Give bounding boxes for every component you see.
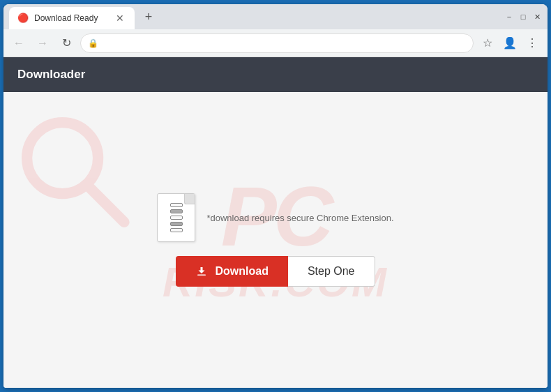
lock-icon: 🔒 [88,38,98,48]
svg-rect-2 [197,275,206,276]
close-button[interactable]: ✕ [532,12,542,22]
browser-window: 🔴 Download Ready ✕ + − □ ✕ ← → ↻ 🔒 ☆ 👤 ⋮… [3,4,548,388]
zip-file-icon [157,193,195,242]
bookmark-button[interactable]: ☆ [478,33,497,53]
zip-lines [170,203,183,232]
page-content: Downloader PC RISK.COM [3,57,548,388]
tabs-area: 🔴 Download Ready ✕ + [9,4,504,29]
nav-actions: ☆ 👤 ⋮ [478,33,542,53]
back-button[interactable]: ← [9,33,29,53]
tab-title: Download Ready [34,13,108,23]
title-bar: 🔴 Download Ready ✕ + − □ ✕ [3,4,548,29]
zip-segment-2 [170,209,183,213]
download-button[interactable]: Download [176,256,287,287]
svg-line-1 [89,186,124,222]
zip-segment-3 [170,216,183,220]
zip-segment-5 [170,228,183,232]
active-tab[interactable]: 🔴 Download Ready ✕ [9,7,135,29]
app-title: Downloader [17,68,85,82]
minimize-button[interactable]: − [504,12,514,22]
step-one-button[interactable]: Step One [288,256,375,287]
tab-close-button[interactable]: ✕ [114,12,126,24]
magnifier-watermark [17,113,136,234]
tab-favicon-icon: 🔴 [17,13,29,24]
step-one-label: Step One [308,265,355,277]
file-icon-area: *download requires secure Chrome Extensi… [157,193,393,242]
window-controls: − □ ✕ [504,12,542,22]
zip-segment-4 [170,222,183,226]
zip-segment-1 [170,203,183,207]
refresh-button[interactable]: ↻ [56,33,76,53]
menu-button[interactable]: ⋮ [522,33,542,53]
new-tab-button[interactable]: + [139,7,158,27]
profile-button[interactable]: 👤 [500,33,520,53]
address-bar[interactable]: 🔒 [80,33,474,53]
buttons-row: Download Step One [176,256,375,287]
navigation-bar: ← → ↻ 🔒 ☆ 👤 ⋮ [3,29,548,57]
center-content: *download requires secure Chrome Extensi… [157,193,393,287]
main-area: PC RISK.COM *downl [3,92,548,388]
maximize-button[interactable]: □ [518,12,528,22]
forward-button[interactable]: → [33,33,52,53]
download-icon [195,265,208,278]
app-header: Downloader [3,57,548,92]
download-note: *download requires secure Chrome Extensi… [206,213,393,223]
download-button-label: Download [215,265,268,278]
